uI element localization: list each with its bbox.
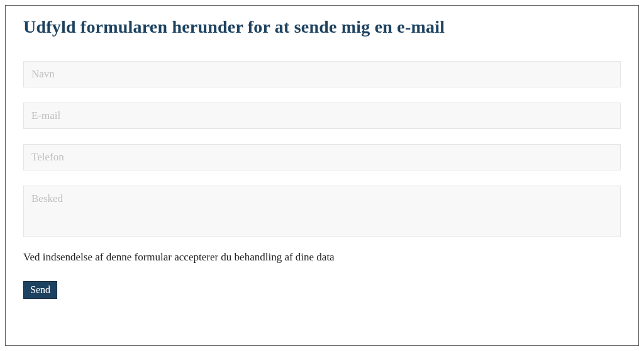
data-disclaimer: Ved indsendelse af denne formular accept… xyxy=(23,251,621,264)
email-field-row xyxy=(23,103,621,129)
name-field-row xyxy=(23,61,621,87)
form-heading: Udfyld formularen herunder for at sende … xyxy=(23,17,621,37)
contact-form-card: Udfyld formularen herunder for at sende … xyxy=(5,5,639,346)
email-input[interactable] xyxy=(23,103,621,129)
message-textarea[interactable] xyxy=(23,186,621,237)
send-button[interactable]: Send xyxy=(23,281,57,299)
phone-field-row xyxy=(23,144,621,170)
name-input[interactable] xyxy=(23,61,621,87)
phone-input[interactable] xyxy=(23,144,621,170)
message-field-row xyxy=(23,186,621,240)
